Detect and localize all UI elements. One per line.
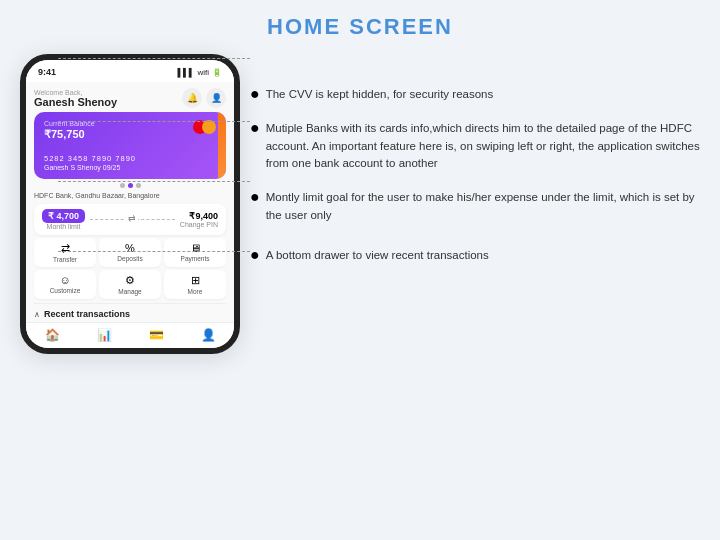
annotation-1: ● The CVV is kept hidden, for security r… [250,86,700,104]
action-transfer-label: Transfer [53,256,77,263]
card-icon: 💳 [149,328,164,342]
limit-row: ₹ 4,700 Month limit ₹9,400 Change PIN [34,204,226,235]
connector-line-2 [58,121,250,122]
nav-profile[interactable]: 👤 [201,328,216,342]
limit-label: Month limit [42,223,85,230]
limit-amount: ₹ 4,700 [42,209,85,223]
home-icon: 🏠 [45,328,60,342]
main-layout: 9:41 ▌▌▌ wifi 🔋 Welcome Back, Ganesh She… [0,50,720,354]
action-customize[interactable]: ☺ Customize [34,270,96,299]
limit-divider [90,219,175,220]
connector-line-4 [58,251,250,252]
limit-right-label: Change PIN [180,221,218,228]
action-grid: ⇄ Transfer % Deposits 🖥 Payments ☺ Custo… [34,238,226,299]
avatar[interactable]: 👤 [206,88,226,108]
nav-card[interactable]: 💳 [149,328,164,342]
user-info: Welcome Back, Ganesh Shenoy [34,89,117,108]
annotation-3: ● Montly limit goal for the user to make… [250,189,700,225]
month-limit-section: ₹ 4,700 Month limit [42,209,85,230]
deposits-icon: % [125,242,135,254]
connector-line-3 [58,181,250,182]
welcome-text: Welcome Back, [34,89,117,96]
action-payments-label: Payments [181,255,210,262]
user-name: Ganesh Shenoy [34,96,117,108]
bank-info: HDFC Bank, Gandhu Bazaar, Bangalore [34,192,226,199]
annotation-text-3: Montly limit goal for the user to make h… [266,189,700,225]
annotation-2: ● Mutiple Banks with its cards info,whic… [250,120,700,173]
recent-title: Recent transactions [44,309,130,319]
action-deposits[interactable]: % Deposits [99,238,161,267]
chart-icon: 📊 [97,328,112,342]
transfer-icon: ⇄ [61,242,70,255]
annotation-text-4: A bottom drawer to view recent transacti… [266,247,489,265]
customize-icon: ☺ [59,274,70,286]
card-number: 5282 3458 7890 7890 [44,154,216,163]
limit-value: ₹9,400 [180,211,218,221]
connector-line-1 [58,58,250,59]
action-manage-label: Manage [118,288,142,295]
limit-right: ₹9,400 Change PIN [180,211,218,228]
phone-header: Welcome Back, Ganesh Shenoy 🔔 👤 [34,86,226,112]
card-dots [34,183,226,188]
chevron-up-icon: ∧ [34,310,40,319]
phone-icons: ▌▌▌ wifi 🔋 [177,68,222,77]
nav-home[interactable]: 🏠 [45,328,60,342]
annotation-text-2: Mutiple Banks with its cards info,which … [266,120,700,173]
card-balance: ₹75,750 [44,128,216,150]
bullet-3: ● [250,189,260,205]
recent-header[interactable]: ∧ Recent transactions [34,303,226,322]
phone-screen: Welcome Back, Ganesh Shenoy 🔔 👤 Current … [26,82,234,322]
dot-active [128,183,133,188]
phone-bottom-nav: 🏠 📊 💳 👤 [26,322,234,348]
bullet-2: ● [250,120,260,136]
more-icon: ⊞ [191,274,200,287]
notification-icon[interactable]: 🔔 [182,88,202,108]
action-transfer[interactable]: ⇄ Transfer [34,238,96,267]
header-icons: 🔔 👤 [182,88,226,108]
page-title: HOME SCREEN [0,0,720,50]
action-deposits-label: Deposits [117,255,142,262]
annotation-text-1: The CVV is kept hidden, for security rea… [266,86,494,104]
phone-mockup: 9:41 ▌▌▌ wifi 🔋 Welcome Back, Ganesh She… [20,54,240,354]
status-bar: 9:41 ▌▌▌ wifi 🔋 [26,60,234,82]
bullet-4: ● [250,247,260,263]
action-more-label: More [188,288,203,295]
battery-icon: 🔋 [212,68,222,77]
profile-icon: 👤 [201,328,216,342]
card-holder: Ganesh S Shenoy 09/25 [44,164,216,171]
wifi-icon: wifi [197,68,209,77]
phone-time: 9:41 [38,67,56,77]
currency-symbol: ₹ [44,128,51,140]
dot [136,183,141,188]
action-customize-label: Customize [50,287,81,294]
bullet-1: ● [250,86,260,102]
annotations-panel: ● The CVV is kept hidden, for security r… [250,50,700,265]
signal-icon: ▌▌▌ [177,68,194,77]
action-payments[interactable]: 🖥 Payments [164,238,226,267]
action-manage[interactable]: ⚙ Manage [99,270,161,299]
action-more[interactable]: ⊞ More [164,270,226,299]
nav-chart[interactable]: 📊 [97,328,112,342]
manage-icon: ⚙ [125,274,135,287]
annotation-4: ● A bottom drawer to view recent transac… [250,247,700,265]
payments-icon: 🖥 [190,242,201,254]
dot [120,183,125,188]
